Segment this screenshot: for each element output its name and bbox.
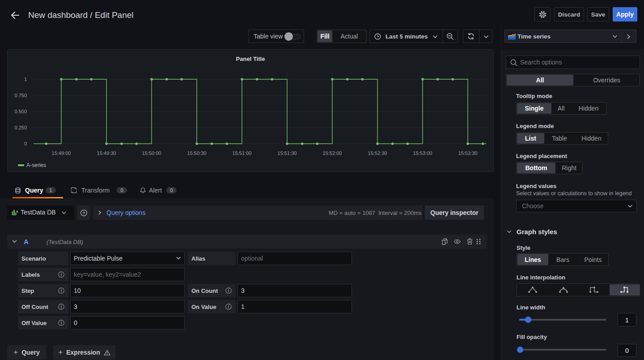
svg-text:15:51:30: 15:51:30 [278,150,297,156]
svg-text:15:51:00: 15:51:00 [233,150,252,156]
svg-text:0.750: 0.750 [14,93,27,98]
svg-text:15:49:30: 15:49:30 [97,150,116,156]
svg-text:15:52:30: 15:52:30 [368,150,387,156]
svg-text:15:53:30: 15:53:30 [458,150,478,156]
svg-text:0: 0 [24,141,27,146]
svg-text:?: ? [82,210,85,215]
svg-text:15:50:00: 15:50:00 [142,150,161,156]
svg-text:15:49:00: 15:49:00 [52,150,71,156]
svg-text:15:50:30: 15:50:30 [187,150,207,156]
svg-text:1: 1 [24,77,27,82]
svg-text:0.500: 0.500 [14,109,27,114]
svg-text:15:53:00: 15:53:00 [413,150,432,156]
svg-text:15:52:00: 15:52:00 [323,150,342,156]
svg-text:0.250: 0.250 [14,125,27,130]
